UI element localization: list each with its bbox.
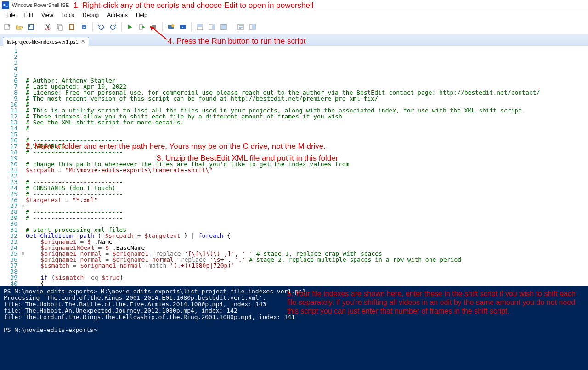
svg-rect-3	[30, 25, 33, 27]
titlebar: ≥_ Windows PowerShell ISE	[0, 0, 588, 10]
fold-gutter: ⊟⊟	[20, 46, 26, 286]
script-pane-right-icon[interactable]	[206, 22, 217, 33]
tabbar: list-project-file-indexes-ver1.ps1 ✕	[0, 34, 588, 46]
new-icon[interactable]	[2, 22, 13, 33]
menu-file[interactable]: File	[3, 11, 19, 19]
menu-debug[interactable]: Debug	[79, 11, 102, 19]
cut-icon[interactable]	[43, 22, 54, 33]
menu-addons[interactable]: Add-ons	[103, 11, 131, 19]
script-pane-top-icon[interactable]	[194, 22, 205, 33]
menu-tools[interactable]: Tools	[58, 11, 78, 19]
menubar: File Edit View Tools Debug Add-ons Help	[0, 10, 588, 20]
powershell-ise-icon: ≥_	[2, 1, 9, 9]
toolbar: >_	[0, 20, 588, 34]
close-tab-icon[interactable]: ✕	[81, 39, 85, 45]
svg-point-5	[48, 28, 50, 30]
menu-help[interactable]: Help	[132, 11, 151, 19]
svg-text:>_: >_	[181, 25, 186, 29]
file-tab[interactable]: list-project-file-indexes-ver1.ps1 ✕	[3, 37, 89, 46]
console[interactable]: PS M:\movie-edits-exports> M:\movie-edit…	[0, 286, 588, 370]
svg-rect-7	[59, 26, 62, 30]
svg-rect-21	[221, 24, 226, 30]
undo-icon[interactable]	[96, 22, 107, 33]
editor[interactable]: 1234567891011121314151617181920212223242…	[0, 46, 588, 286]
menu-view[interactable]: View	[38, 11, 57, 19]
menu-edit[interactable]: Edit	[20, 11, 37, 19]
show-commands-icon[interactable]	[235, 22, 246, 33]
save-icon[interactable]	[26, 22, 37, 33]
svg-rect-2	[29, 27, 33, 29]
redo-icon[interactable]	[107, 22, 119, 33]
svg-point-4	[45, 28, 47, 30]
run-icon[interactable]	[124, 22, 136, 33]
console-output: PS M:\movie-edits-exports> M:\movie-edit…	[4, 288, 584, 333]
svg-rect-11	[139, 25, 142, 29]
svg-rect-18	[197, 24, 203, 27]
annotation-arrow-4	[148, 26, 181, 41]
code-area[interactable]: 2. Make a folder and enter the path here…	[26, 46, 588, 286]
svg-line-25	[151, 27, 167, 39]
svg-rect-9	[70, 25, 73, 29]
show-command-window-icon[interactable]	[247, 22, 258, 33]
window-title: Windows PowerShell ISE	[12, 2, 69, 8]
tab-label: list-project-file-indexes-ver1.ps1	[7, 39, 78, 45]
open-icon[interactable]	[14, 22, 25, 33]
svg-rect-24	[252, 24, 255, 30]
svg-rect-20	[212, 24, 215, 30]
clear-icon[interactable]	[79, 22, 90, 33]
line-gutter: 1234567891011121314151617181920212223242…	[0, 46, 20, 286]
copy-icon[interactable]	[55, 22, 66, 33]
run-selection-icon[interactable]	[136, 22, 147, 33]
paste-icon[interactable]	[67, 22, 78, 33]
script-pane-max-icon[interactable]	[218, 22, 229, 33]
